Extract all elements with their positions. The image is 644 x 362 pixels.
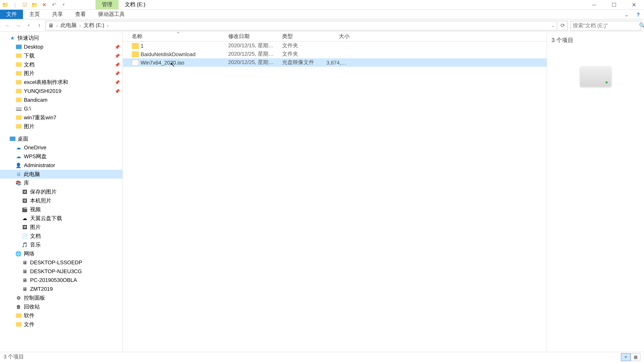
chevron-down-icon[interactable]: ⌄ bbox=[552, 23, 555, 27]
nav-item-netpc2[interactable]: 🖥DESKTOP-NJEU3CG bbox=[0, 267, 122, 276]
nav-item-netpc3[interactable]: 🖥PC-20190530OBLA bbox=[0, 276, 122, 285]
folder-icon: 🖼 bbox=[21, 197, 28, 204]
breadcrumb[interactable]: 🖥 › 此电脑 › 文档 (E:) › ⌄ bbox=[45, 21, 557, 30]
nav-item-software[interactable]: 软件 bbox=[0, 311, 122, 320]
nav-desktop[interactable]: 桌面 bbox=[0, 134, 122, 143]
pin-icon: 📌 bbox=[114, 62, 120, 67]
nav-label: 此电脑 bbox=[24, 170, 40, 178]
delete-icon[interactable]: ✕ bbox=[41, 1, 48, 8]
column-name[interactable]: 名称▴ bbox=[130, 33, 226, 40]
recycle-bin-icon: 🗑 bbox=[15, 303, 22, 310]
folder-icon: 🎬 bbox=[21, 206, 28, 213]
nav-item-pictures2[interactable]: 图片 bbox=[0, 122, 122, 131]
column-size[interactable]: 大小 bbox=[325, 33, 351, 40]
nav-item-camera-roll[interactable]: 🖼本机照片 bbox=[0, 196, 122, 205]
maximize-button[interactable]: ☐ bbox=[604, 0, 624, 9]
nav-item-bandicam[interactable]: Bandicam bbox=[0, 95, 122, 104]
help-icon[interactable]: ? bbox=[632, 10, 644, 19]
breadcrumb-root-icon[interactable]: 🖥 bbox=[47, 22, 54, 28]
folder-icon: 📄 bbox=[21, 232, 28, 240]
nav-item-onedrive[interactable]: ☁OneDrive bbox=[0, 143, 122, 152]
ribbon-tab-home[interactable]: 主页 bbox=[23, 10, 46, 19]
nav-label: WPS网盘 bbox=[24, 153, 46, 160]
folder-icon bbox=[15, 114, 22, 121]
nav-item-recycle-bin[interactable]: 🗑回收站 bbox=[0, 302, 122, 311]
back-button[interactable]: ← bbox=[3, 21, 12, 30]
nav-item-administrator[interactable]: 👤Administrator bbox=[0, 161, 122, 170]
nav-item-downloads[interactable]: 下载📌 bbox=[0, 51, 122, 60]
nav-item-desktop[interactable]: Desktop📌 bbox=[0, 42, 122, 51]
nav-item-videos[interactable]: 🎬视频 bbox=[0, 205, 122, 214]
view-icons-button[interactable]: ▦ bbox=[630, 353, 640, 361]
file-row-selected[interactable]: Win7x64_2020.iso 2020/12/25, 星期五 1... 光盘… bbox=[123, 58, 546, 67]
nav-item-files[interactable]: 文件 bbox=[0, 320, 122, 329]
address-bar: ← → ▾ ↑ 🖥 › 此电脑 › 文档 (E:) › ⌄ ⟳ 🔍 bbox=[0, 19, 644, 32]
nav-item-gdrive[interactable]: G:\ bbox=[0, 104, 122, 113]
nav-label: Desktop bbox=[24, 44, 43, 50]
up-button[interactable]: ↑ bbox=[34, 21, 44, 30]
file-row[interactable]: 1 2020/12/15, 星期二 1... 文件夹 bbox=[123, 41, 546, 50]
nav-item-this-pc[interactable]: 🖥此电脑 bbox=[0, 170, 122, 179]
breadcrumb-item[interactable]: 此电脑 bbox=[60, 22, 77, 29]
column-date[interactable]: 修改日期 bbox=[226, 33, 280, 40]
minimize-button[interactable]: ─ bbox=[584, 0, 604, 9]
search-input[interactable] bbox=[573, 22, 639, 28]
nav-item-documents[interactable]: 文档📌 bbox=[0, 60, 122, 69]
nav-item-control-panel[interactable]: ⚙控制面板 bbox=[0, 294, 122, 302]
refresh-button[interactable]: ⟳ bbox=[558, 21, 568, 30]
chevron-right-icon[interactable]: › bbox=[106, 22, 110, 28]
view-details-button[interactable]: ≡ bbox=[621, 353, 630, 361]
nav-item-tianyi[interactable]: ☁天翼云盘下载 bbox=[0, 214, 122, 223]
nav-item-excel[interactable]: excel表格制作求和📌 bbox=[0, 78, 122, 87]
window-title: 文档 (E:) bbox=[118, 0, 152, 9]
column-type[interactable]: 类型 bbox=[280, 33, 325, 40]
cloud-icon: ☁ bbox=[15, 153, 22, 160]
ribbon-tab-drive-tools[interactable]: 驱动器工具 bbox=[92, 10, 131, 19]
qat-dropdown-icon[interactable]: ▾ bbox=[60, 1, 67, 8]
desktop-icon bbox=[15, 43, 22, 50]
chevron-right-icon[interactable]: › bbox=[78, 22, 82, 28]
nav-item-network[interactable]: 🌐网络 bbox=[0, 249, 122, 258]
undo-icon[interactable]: ↶ bbox=[50, 1, 58, 8]
nav-item-pictures[interactable]: 图片📌 bbox=[0, 69, 122, 78]
recent-dropdown-icon[interactable]: ▾ bbox=[24, 21, 34, 30]
search-box[interactable]: 🔍 bbox=[570, 21, 641, 30]
pc-icon: 🖥 bbox=[15, 171, 22, 178]
nav-quick-access[interactable]: ★ 快速访问 bbox=[0, 33, 122, 42]
new-folder-icon[interactable]: 📁 bbox=[31, 1, 38, 8]
contextual-tab-manage[interactable]: 管理 bbox=[96, 0, 118, 9]
nav-label: Bandicam bbox=[24, 97, 48, 103]
nav-label: 文件 bbox=[24, 321, 34, 328]
nav-item-win7reinstall[interactable]: win7重装win7 bbox=[0, 113, 122, 122]
nav-item-lib-documents[interactable]: 📄文档 bbox=[0, 232, 122, 241]
nav-item-lib-music[interactable]: 🎵音乐 bbox=[0, 241, 122, 249]
nav-label: 库 bbox=[24, 179, 29, 187]
nav-label: 软件 bbox=[24, 312, 34, 319]
chevron-right-icon[interactable]: › bbox=[55, 22, 59, 28]
forward-button[interactable]: → bbox=[13, 21, 23, 30]
breadcrumb-item[interactable]: 文档 (E:) bbox=[83, 22, 105, 29]
ribbon-tab-view[interactable]: 查看 bbox=[69, 10, 92, 19]
close-button[interactable]: ✕ bbox=[624, 0, 644, 9]
folder-icon bbox=[132, 42, 139, 49]
ribbon-tab-share[interactable]: 共享 bbox=[46, 10, 69, 19]
nav-item-saved-pictures[interactable]: 🖼保存的图片 bbox=[0, 187, 122, 196]
pin-icon: 📌 bbox=[114, 71, 120, 76]
search-icon[interactable]: 🔍 bbox=[639, 22, 644, 28]
properties-icon[interactable]: ☑ bbox=[21, 1, 28, 8]
nav-item-libraries[interactable]: 📚库 bbox=[0, 178, 122, 187]
ribbon-collapse-icon[interactable]: ⌄ bbox=[621, 10, 632, 19]
ribbon-tab-file[interactable]: 文件 bbox=[0, 10, 23, 19]
nav-item-wps[interactable]: ☁WPS网盘 bbox=[0, 152, 122, 161]
folder-icon bbox=[132, 51, 139, 57]
folder-icon: 🖼 bbox=[21, 224, 28, 231]
nav-item-netpc4[interactable]: 🖥ZMT2019 bbox=[0, 285, 122, 294]
titlebar: 📁 | ☑ 📁 ✕ ↶ ▾ 管理 文档 (E:) ─ ☐ ✕ bbox=[0, 0, 644, 10]
nav-item-yunqishi[interactable]: YUNQISHI2019📌 bbox=[0, 87, 122, 95]
file-row[interactable]: BaiduNetdiskDownload 2020/12/25, 星期五 1..… bbox=[123, 50, 546, 58]
nav-item-lib-pictures[interactable]: 🖼图片 bbox=[0, 223, 122, 232]
nav-item-netpc1[interactable]: 🖥DESKTOP-LSSOEDP bbox=[0, 258, 122, 267]
status-text: 3 个项目 bbox=[4, 353, 24, 361]
star-icon: ★ bbox=[9, 34, 16, 41]
file-name: Win7x64_2020.iso bbox=[141, 59, 184, 66]
